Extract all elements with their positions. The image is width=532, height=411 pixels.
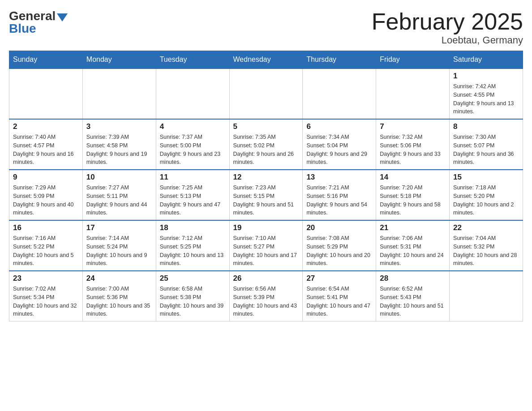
day-info: Sunrise: 7:02 AM Sunset: 5:34 PM Dayligh… [13,285,79,318]
calendar-subtitle: Loebtau, Germany [372,34,523,46]
day-info: Sunrise: 7:10 AM Sunset: 5:27 PM Dayligh… [233,234,299,268]
day-info: Sunrise: 7:39 AM Sunset: 4:58 PM Dayligh… [86,133,152,167]
table-row [82,68,156,119]
table-row: 16Sunrise: 7:16 AM Sunset: 5:22 PM Dayli… [9,220,83,271]
calendar-week-1: 1Sunrise: 7:42 AM Sunset: 4:55 PM Daylig… [9,68,523,119]
table-row: 24Sunrise: 7:00 AM Sunset: 5:36 PM Dayli… [82,271,156,321]
day-info: Sunrise: 7:25 AM Sunset: 5:13 PM Dayligh… [160,184,226,217]
table-row: 22Sunrise: 7:04 AM Sunset: 5:32 PM Dayli… [450,220,523,271]
table-row: 21Sunrise: 7:06 AM Sunset: 5:31 PM Dayli… [376,220,450,271]
col-thursday: Thursday [303,51,376,69]
day-number: 18 [160,223,226,232]
table-row: 19Sunrise: 7:10 AM Sunset: 5:27 PM Dayli… [229,220,303,271]
table-row: 7Sunrise: 7:32 AM Sunset: 5:06 PM Daylig… [376,119,450,170]
day-number: 5 [233,122,299,131]
day-info: Sunrise: 6:58 AM Sunset: 5:38 PM Dayligh… [160,285,226,318]
table-row: 18Sunrise: 7:12 AM Sunset: 5:25 PM Dayli… [156,220,229,271]
table-row [376,68,450,119]
day-number: 10 [86,173,152,182]
day-number: 19 [233,223,299,232]
table-row: 2Sunrise: 7:40 AM Sunset: 4:57 PM Daylig… [9,119,83,170]
day-number: 14 [380,173,446,182]
day-info: Sunrise: 7:04 AM Sunset: 5:32 PM Dayligh… [453,234,519,268]
day-number: 9 [13,173,79,182]
day-info: Sunrise: 7:32 AM Sunset: 5:06 PM Dayligh… [380,133,446,167]
day-number: 26 [233,274,299,283]
calendar-table: Sunday Monday Tuesday Wednesday Thursday… [9,51,523,321]
calendar-week-2: 2Sunrise: 7:40 AM Sunset: 4:57 PM Daylig… [9,119,523,170]
day-number: 3 [86,122,152,131]
day-info: Sunrise: 7:42 AM Sunset: 4:55 PM Dayligh… [453,82,519,116]
day-number: 11 [160,173,226,182]
table-row: 8Sunrise: 7:30 AM Sunset: 5:07 PM Daylig… [450,119,523,170]
day-number: 13 [306,173,372,182]
day-info: Sunrise: 7:21 AM Sunset: 5:16 PM Dayligh… [306,184,372,217]
day-info: Sunrise: 7:29 AM Sunset: 5:09 PM Dayligh… [13,184,79,217]
calendar-header-row: Sunday Monday Tuesday Wednesday Thursday… [9,51,523,69]
table-row: 26Sunrise: 6:56 AM Sunset: 5:39 PM Dayli… [229,271,303,321]
table-row: 5Sunrise: 7:35 AM Sunset: 5:02 PM Daylig… [229,119,303,170]
day-number: 24 [86,274,152,283]
col-saturday: Saturday [450,51,523,69]
calendar-week-4: 16Sunrise: 7:16 AM Sunset: 5:22 PM Dayli… [9,220,523,271]
day-info: Sunrise: 7:12 AM Sunset: 5:25 PM Dayligh… [160,234,226,268]
day-info: Sunrise: 7:06 AM Sunset: 5:31 PM Dayligh… [380,234,446,268]
day-info: Sunrise: 7:34 AM Sunset: 5:04 PM Dayligh… [306,133,372,167]
title-section: February 2025 Loebtau, Germany [372,9,523,46]
day-number: 17 [86,223,152,232]
table-row: 9Sunrise: 7:29 AM Sunset: 5:09 PM Daylig… [9,170,83,220]
day-number: 2 [13,122,79,131]
day-info: Sunrise: 7:00 AM Sunset: 5:36 PM Dayligh… [86,285,152,318]
col-friday: Friday [376,51,450,69]
page-header: General Blue February 2025 Loebtau, Germ… [9,9,523,46]
table-row [303,68,376,119]
day-info: Sunrise: 6:54 AM Sunset: 5:41 PM Dayligh… [306,285,372,318]
day-number: 7 [380,122,446,131]
day-info: Sunrise: 7:27 AM Sunset: 5:11 PM Dayligh… [86,184,152,217]
day-info: Sunrise: 7:08 AM Sunset: 5:29 PM Dayligh… [306,234,372,268]
table-row: 13Sunrise: 7:21 AM Sunset: 5:16 PM Dayli… [303,170,376,220]
table-row: 23Sunrise: 7:02 AM Sunset: 5:34 PM Dayli… [9,271,83,321]
day-number: 6 [306,122,372,131]
calendar-week-5: 23Sunrise: 7:02 AM Sunset: 5:34 PM Dayli… [9,271,523,321]
day-number: 28 [380,274,446,283]
day-info: Sunrise: 7:40 AM Sunset: 4:57 PM Dayligh… [13,133,79,167]
day-number: 21 [380,223,446,232]
day-number: 22 [453,223,519,232]
day-info: Sunrise: 7:18 AM Sunset: 5:20 PM Dayligh… [453,184,519,217]
col-sunday: Sunday [9,51,83,69]
logo-triangle-icon [57,13,68,21]
day-info: Sunrise: 7:16 AM Sunset: 5:22 PM Dayligh… [13,234,79,268]
table-row [450,271,523,321]
day-info: Sunrise: 7:23 AM Sunset: 5:15 PM Dayligh… [233,184,299,217]
table-row: 17Sunrise: 7:14 AM Sunset: 5:24 PM Dayli… [82,220,156,271]
day-number: 15 [453,173,519,182]
col-wednesday: Wednesday [229,51,303,69]
table-row: 14Sunrise: 7:20 AM Sunset: 5:18 PM Dayli… [376,170,450,220]
table-row: 1Sunrise: 7:42 AM Sunset: 4:55 PM Daylig… [450,68,523,119]
day-info: Sunrise: 7:30 AM Sunset: 5:07 PM Dayligh… [453,133,519,167]
table-row: 11Sunrise: 7:25 AM Sunset: 5:13 PM Dayli… [156,170,229,220]
logo: General Blue [9,9,68,36]
col-tuesday: Tuesday [156,51,229,69]
day-number: 20 [306,223,372,232]
table-row: 10Sunrise: 7:27 AM Sunset: 5:11 PM Dayli… [82,170,156,220]
day-info: Sunrise: 7:14 AM Sunset: 5:24 PM Dayligh… [86,234,152,268]
day-number: 8 [453,122,519,131]
day-number: 1 [453,72,519,81]
table-row: 12Sunrise: 7:23 AM Sunset: 5:15 PM Dayli… [229,170,303,220]
table-row: 6Sunrise: 7:34 AM Sunset: 5:04 PM Daylig… [303,119,376,170]
day-number: 25 [160,274,226,283]
day-number: 23 [13,274,79,283]
day-number: 12 [233,173,299,182]
table-row: 4Sunrise: 7:37 AM Sunset: 5:00 PM Daylig… [156,119,229,170]
table-row: 25Sunrise: 6:58 AM Sunset: 5:38 PM Dayli… [156,271,229,321]
day-info: Sunrise: 6:56 AM Sunset: 5:39 PM Dayligh… [233,285,299,318]
day-number: 27 [306,274,372,283]
day-info: Sunrise: 7:35 AM Sunset: 5:02 PM Dayligh… [233,133,299,167]
day-number: 16 [13,223,79,232]
calendar-week-3: 9Sunrise: 7:29 AM Sunset: 5:09 PM Daylig… [9,170,523,220]
table-row: 15Sunrise: 7:18 AM Sunset: 5:20 PM Dayli… [450,170,523,220]
calendar-title: February 2025 [372,9,523,34]
logo-blue-text: Blue [9,21,36,36]
